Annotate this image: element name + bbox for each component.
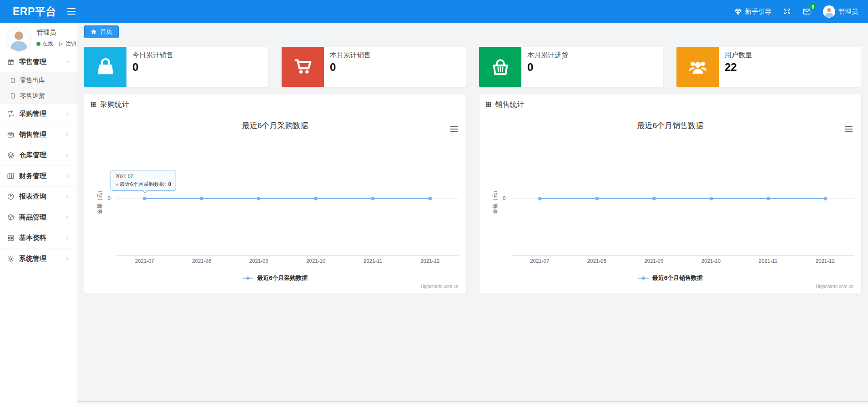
sidebar-item[interactable]: 仓库管理 bbox=[0, 145, 77, 166]
stat-cards-row: 今日累计销售0本月累计销售0本月累计进货0用户数量22 bbox=[84, 47, 861, 87]
chart-panels-row: 采购统计最近6个月采购数据0金额（元）2021-072021-082021-09… bbox=[84, 95, 861, 294]
sidebar-item-label: 基本资料 bbox=[19, 234, 46, 242]
chart-credits-link[interactable]: Highcharts.com.cn bbox=[421, 284, 459, 289]
sidebar-subitem-label: 零售出库 bbox=[20, 76, 45, 85]
stat-card-label: 用户数量 bbox=[725, 51, 752, 60]
online-status-icon bbox=[36, 42, 40, 46]
sign-out-icon bbox=[58, 41, 64, 47]
avatar bbox=[823, 5, 835, 18]
gift-icon bbox=[7, 58, 15, 66]
x-axis-tick-label: 2021-07 bbox=[135, 258, 154, 264]
chevron-left-icon bbox=[65, 194, 70, 200]
chart-panel-header: 采购统计 bbox=[84, 95, 466, 115]
tooltip-series-name: 最近6个月采购数据: bbox=[120, 181, 167, 187]
sidebar-item[interactable]: 采购管理 bbox=[0, 104, 77, 125]
x-axis-tick-label: 2021-08 bbox=[587, 258, 606, 264]
x-axis-tick-label: 2021-10 bbox=[306, 258, 325, 264]
stat-card-body: 本月累计进货0 bbox=[521, 47, 568, 87]
panel-title: 采购统计 bbox=[100, 100, 129, 110]
briefcase-icon bbox=[7, 131, 15, 139]
chart-legend[interactable]: 最近6个月销售数据 bbox=[479, 274, 862, 282]
x-axis-tick-label: 2021-09 bbox=[644, 258, 663, 264]
shopping-basket-icon bbox=[479, 47, 521, 87]
chevron-left-icon bbox=[65, 173, 70, 179]
navbar-user-name: 管理员 bbox=[838, 7, 858, 16]
th-grid-icon bbox=[90, 101, 96, 108]
sidebar-item-label: 仓库管理 bbox=[19, 151, 46, 160]
chevron-left-icon bbox=[65, 235, 70, 241]
breadcrumb-tab-home[interactable]: 首页 bbox=[84, 25, 119, 38]
logout-label: 注销 bbox=[66, 40, 76, 48]
book-icon bbox=[7, 172, 15, 180]
gear-icon bbox=[7, 255, 15, 263]
legend-label: 最近6个月采购数据 bbox=[257, 274, 308, 282]
plot-canvas bbox=[479, 115, 862, 294]
sidebar-subitem-label: 零售退货 bbox=[20, 92, 45, 100]
logout-button[interactable]: 注销 bbox=[58, 40, 76, 48]
sidebar-subitem[interactable]: 零售退货 bbox=[0, 88, 77, 104]
legend-label: 最近6个月销售数据 bbox=[652, 274, 703, 282]
chart-panel: 销售统计最近6个月销售数据0金额（元）2021-072021-082021-09… bbox=[479, 95, 862, 294]
sidebar-user-name: 管理员 bbox=[36, 28, 56, 37]
message-count-badge: 0 bbox=[810, 4, 816, 10]
gem-icon bbox=[734, 8, 742, 15]
sidebar-submenu: 零售出库零售退货 bbox=[0, 73, 77, 104]
sidebar-item[interactable]: 报表查询 bbox=[0, 187, 77, 208]
users-icon bbox=[676, 47, 719, 87]
fullscreen-button[interactable] bbox=[783, 8, 791, 15]
chevron-left-icon bbox=[65, 214, 70, 220]
chart-legend[interactable]: 最近6个月采购数据 bbox=[84, 274, 466, 282]
sidebar-item[interactable]: 系统管理 bbox=[0, 249, 77, 269]
sidebar-item-label: 系统管理 bbox=[19, 254, 46, 263]
stat-card-value: 0 bbox=[527, 62, 568, 73]
shopping-cart-icon bbox=[282, 47, 324, 87]
chart-tooltip: 2021-07●最近6个月采购数据: 0 bbox=[111, 170, 176, 191]
chart: 最近6个月采购数据0金额（元）2021-072021-082021-092021… bbox=[84, 115, 466, 294]
chevron-down-icon bbox=[65, 59, 70, 65]
grid-icon bbox=[7, 234, 15, 242]
guide-label: 新手引导 bbox=[745, 7, 772, 16]
x-axis-tick-label: 2021-11 bbox=[759, 258, 777, 264]
x-axis-tick-label: 2021-07 bbox=[530, 258, 549, 264]
file-icon bbox=[10, 93, 16, 99]
avatar bbox=[6, 26, 31, 51]
sidebar-item[interactable]: 零售管理 bbox=[0, 52, 77, 73]
legend-marker-icon bbox=[638, 276, 649, 280]
stat-card-body: 用户数量22 bbox=[719, 47, 752, 87]
sidebar-item[interactable]: 基本资料 bbox=[0, 228, 77, 249]
online-status-label: 在线 bbox=[42, 40, 53, 48]
chevron-left-icon bbox=[65, 153, 70, 158]
legend-marker-icon bbox=[242, 276, 253, 280]
sidebar-toggle-icon[interactable] bbox=[67, 8, 76, 15]
guide-button[interactable]: 新手引导 bbox=[734, 7, 772, 16]
stat-card: 用户数量22 bbox=[676, 47, 861, 87]
box-icon bbox=[7, 214, 15, 221]
main-content: 首页 今日累计销售0本月累计销售0本月累计进货0用户数量22 采购统计最近6个月… bbox=[77, 23, 868, 404]
x-axis-tick-label: 2021-10 bbox=[701, 258, 721, 264]
stat-card-label: 本月累计销售 bbox=[330, 51, 371, 60]
sidebar-user-panel: 管理员 在线 注销 bbox=[0, 23, 77, 52]
sidebar-subitem[interactable]: 零售出库 bbox=[0, 73, 77, 88]
file-icon bbox=[10, 77, 16, 84]
expand-icon bbox=[783, 8, 791, 15]
tooltip-series-row: ●最近6个月采购数据: 0 bbox=[116, 181, 171, 188]
stat-card-label: 今日累计销售 bbox=[132, 51, 173, 60]
sidebar-item-label: 采购管理 bbox=[19, 110, 46, 118]
series-marker-icon: ● bbox=[116, 182, 118, 187]
messages-button[interactable]: 0 bbox=[802, 7, 811, 16]
user-status-row: 在线 注销 bbox=[36, 40, 76, 48]
navbar-right: 新手引导 0 管理员 bbox=[734, 5, 868, 18]
x-axis-tick-label: 2021-11 bbox=[363, 258, 382, 264]
pie-chart-icon bbox=[7, 193, 15, 200]
sidebar-item[interactable]: 商品管理 bbox=[0, 207, 77, 228]
x-axis-tick-label: 2021-12 bbox=[420, 258, 439, 264]
stat-card-value: 0 bbox=[330, 62, 371, 73]
stat-card-label: 本月累计进货 bbox=[527, 51, 568, 60]
tooltip-pointer bbox=[142, 190, 148, 194]
chart-credits-link[interactable]: Highcharts.com.cn bbox=[816, 284, 853, 289]
user-menu[interactable]: 管理员 bbox=[823, 5, 858, 18]
sidebar-item[interactable]: 财务管理 bbox=[0, 166, 77, 187]
chevron-left-icon bbox=[65, 256, 70, 261]
sidebar-item-label: 零售管理 bbox=[19, 58, 46, 66]
sidebar-item[interactable]: 销售管理 bbox=[0, 125, 77, 145]
